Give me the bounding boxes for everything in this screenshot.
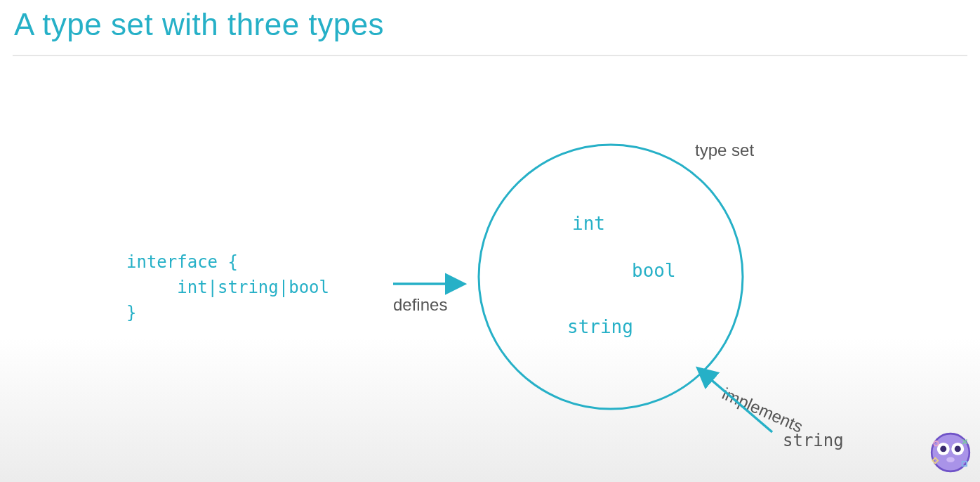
diagram-svg	[0, 0, 980, 482]
circle-type-int: int	[572, 213, 605, 234]
implements-label: implements	[719, 384, 805, 436]
external-type-string: string	[783, 431, 844, 450]
typeset-circle	[479, 145, 743, 409]
defines-label: defines	[393, 295, 447, 315]
typeset-label: type set	[695, 141, 754, 160]
svg-point-4	[955, 445, 961, 452]
svg-point-3	[940, 445, 946, 452]
gopher-logo-icon	[928, 430, 973, 475]
title-divider	[13, 55, 967, 56]
slide-title: A type set with three types	[14, 7, 384, 42]
svg-point-5	[946, 457, 955, 462]
circle-type-bool: bool	[632, 260, 676, 281]
interface-code: interface { int|string|bool }	[126, 249, 329, 325]
circle-type-string: string	[567, 316, 633, 337]
